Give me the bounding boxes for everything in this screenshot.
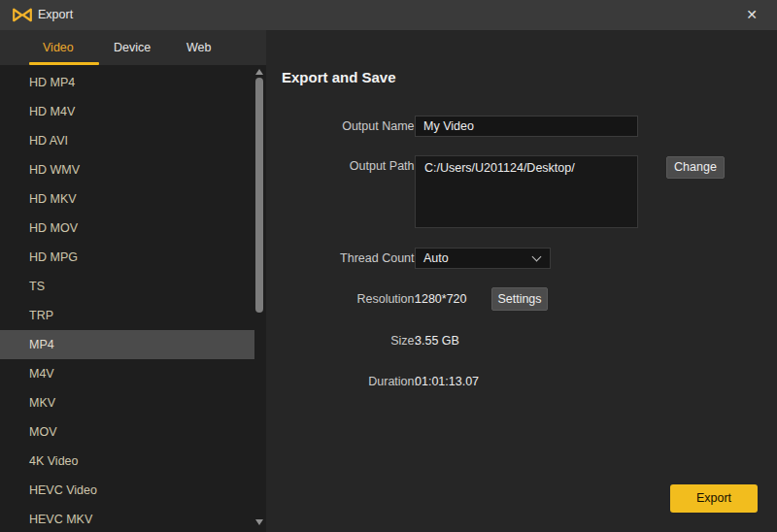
- list-item-4k-video[interactable]: 4K Video: [0, 447, 254, 476]
- list-item-trp[interactable]: TRP: [0, 301, 254, 330]
- sidebar-scrollbar: [254, 65, 264, 532]
- output-path-label: Output Path:: [291, 155, 418, 177]
- size-label: Size:: [291, 330, 418, 351]
- thread-count-dropdown[interactable]: Auto: [415, 248, 551, 269]
- format-sidebar: HD MP4HD M4VHD AVIHD WMVHD MKVHD MOVHD M…: [0, 65, 266, 532]
- change-path-button[interactable]: Change: [666, 156, 725, 179]
- list-item-ts[interactable]: TS: [0, 272, 254, 301]
- duration-label: Duration:: [291, 371, 418, 392]
- list-item-m4v[interactable]: M4V: [0, 359, 254, 388]
- list-item-hd-mkv[interactable]: HD MKV: [0, 184, 254, 214]
- chevron-down-icon: [532, 252, 542, 262]
- resolution-settings-button[interactable]: Settings: [491, 287, 548, 311]
- list-item-mov[interactable]: MOV: [0, 417, 254, 447]
- size-value: 3.55 GB: [415, 330, 459, 351]
- list-item-hd-mpg[interactable]: HD MPG: [0, 243, 254, 272]
- window-title: Export: [38, 0, 73, 30]
- app-logo-icon: [12, 6, 33, 24]
- output-path-box[interactable]: C:/Users/U201124/Desktop/: [415, 155, 638, 228]
- thread-count-value: Auto: [423, 251, 449, 265]
- scrollbar-thumb[interactable]: [255, 78, 263, 313]
- export-button[interactable]: Export: [670, 484, 758, 513]
- list-item-hd-avi[interactable]: HD AVI: [0, 126, 254, 155]
- output-name-label: Output Name:: [291, 116, 418, 137]
- list-item-hd-wmv[interactable]: HD WMV: [0, 155, 254, 184]
- list-item-hevc-video[interactable]: HEVC Video: [0, 476, 254, 505]
- list-item-hevc-mkv[interactable]: HEVC MKV: [0, 505, 254, 532]
- format-list: HD MP4HD M4VHD AVIHD WMVHD MKVHD MOVHD M…: [0, 68, 254, 532]
- panel-heading: Export and Save: [282, 69, 396, 85]
- output-name-input[interactable]: [415, 116, 638, 137]
- title-bar: Export ✕: [0, 0, 777, 30]
- export-dialog: Export ✕ Video Device Web HD MP4HD M4VHD…: [0, 0, 777, 532]
- list-item-mp4[interactable]: MP4: [0, 330, 254, 359]
- tab-bar: Video Device Web: [0, 30, 266, 65]
- resolution-label: Resolution:: [291, 288, 418, 311]
- list-item-hd-mov[interactable]: HD MOV: [0, 214, 254, 243]
- duration-value: 01:01:13.07: [415, 371, 479, 392]
- export-settings-panel: Export and Save Output Name: Output Path…: [266, 30, 777, 532]
- scroll-down-icon[interactable]: [255, 519, 263, 525]
- resolution-value: 1280*720: [415, 288, 467, 311]
- list-item-hd-m4v[interactable]: HD M4V: [0, 97, 254, 126]
- list-item-hd-mp4[interactable]: HD MP4: [0, 68, 254, 97]
- tab-web[interactable]: Web: [186, 30, 211, 65]
- list-item-mkv[interactable]: MKV: [0, 388, 254, 417]
- scroll-up-icon[interactable]: [255, 69, 263, 75]
- tab-device[interactable]: Device: [114, 30, 151, 65]
- tab-video[interactable]: Video: [43, 30, 74, 65]
- close-icon[interactable]: ✕: [738, 0, 765, 30]
- thread-count-label: Thread Count:: [291, 248, 418, 269]
